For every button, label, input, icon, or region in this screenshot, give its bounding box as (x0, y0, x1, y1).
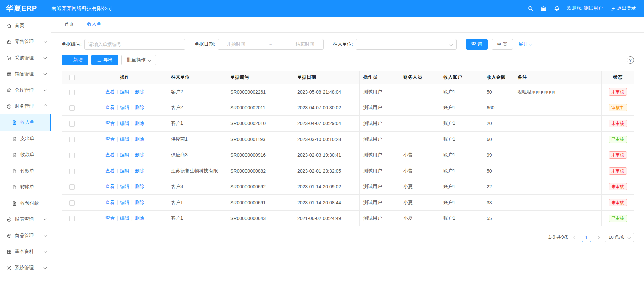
cell-finance-staff (400, 116, 440, 132)
row-checkbox[interactable] (69, 216, 75, 221)
export-button[interactable]: 导出 (91, 55, 118, 65)
sidebar-item-7[interactable]: 商品管理 (0, 227, 51, 244)
reset-button[interactable]: 重 置 (492, 39, 513, 50)
edit-link[interactable]: 编辑 (120, 105, 129, 110)
sidebar-item-8[interactable]: 基本资料 (0, 244, 51, 260)
row-checkbox[interactable] (69, 169, 75, 174)
sidebar-subitem-2[interactable]: 收款单 (0, 147, 51, 163)
chevron-down-icon (44, 266, 47, 269)
pagination-page-button[interactable]: 1 (582, 233, 591, 242)
search-icon[interactable] (528, 6, 533, 11)
delete-link[interactable]: 删除 (135, 215, 144, 221)
view-link[interactable]: 查看 (105, 168, 115, 173)
delete-link[interactable]: 删除 (135, 152, 144, 157)
delete-link[interactable]: 删除 (135, 120, 144, 126)
help-icon[interactable]: ? (627, 56, 634, 64)
edit-link[interactable]: 编辑 (120, 200, 129, 205)
table-row-6: 查看|编辑|删除客户3SR000000006922023-01-14 20:09… (62, 179, 634, 195)
cell-finance-staff (400, 132, 440, 147)
row-checkbox[interactable] (69, 90, 75, 95)
page-size-select[interactable]: 10 条/页 (605, 233, 634, 242)
edit-link[interactable]: 编辑 (120, 120, 129, 126)
edit-link[interactable]: 编辑 (120, 215, 129, 221)
delete-link[interactable]: 删除 (135, 89, 144, 94)
delete-link[interactable]: 删除 (135, 184, 144, 189)
tab-1[interactable]: 收入单 (86, 17, 102, 32)
cell-operator: 测试用户 (360, 116, 400, 132)
action-separator: | (131, 168, 133, 173)
row-checkbox[interactable] (69, 105, 75, 111)
tab-label: 收入单 (87, 21, 101, 27)
bell-icon[interactable] (554, 6, 560, 11)
status-badge: 未审核 (609, 167, 627, 175)
tab-label: 首页 (64, 21, 74, 27)
edit-link[interactable]: 编辑 (120, 168, 129, 173)
view-link[interactable]: 查看 (105, 89, 115, 94)
view-link[interactable]: 查看 (105, 120, 115, 126)
sidebar-subitem-4[interactable]: 转账单 (0, 179, 51, 195)
edit-link[interactable]: 编辑 (120, 89, 129, 94)
view-link[interactable]: 查看 (105, 152, 115, 157)
cell-amount: 50 (483, 84, 514, 100)
chevron-down-icon (44, 250, 47, 253)
row-checkbox[interactable] (69, 184, 75, 190)
search-button[interactable]: 查 询 (466, 39, 488, 50)
delete-link[interactable]: 删除 (135, 136, 144, 142)
row-checkbox[interactable] (69, 137, 75, 142)
doc-icon (12, 152, 17, 157)
view-link[interactable]: 查看 (105, 200, 115, 205)
table-row-2: 查看|编辑|删除客户1SR000000020102023-04-07 00:29… (62, 116, 634, 132)
date-range-picker[interactable]: 开始时间 ~ 结束时间 (218, 39, 324, 50)
sidebar-item-label: 报表查询 (15, 216, 34, 222)
bank-icon[interactable] (541, 6, 546, 11)
cell-finance-staff: 小夏 (400, 211, 440, 226)
date-end-placeholder: 结束时间 (296, 41, 314, 47)
status-badge: 未审核 (609, 151, 627, 159)
view-link[interactable]: 查看 (105, 136, 115, 142)
edit-link[interactable]: 编辑 (120, 136, 129, 142)
sidebar-subitem-3[interactable]: 付款单 (0, 163, 51, 179)
delete-link[interactable]: 删除 (135, 200, 144, 205)
batch-operations-button[interactable]: 批量操作 (121, 55, 156, 65)
delete-link[interactable]: 删除 (135, 168, 144, 173)
bill-no-input[interactable] (84, 39, 185, 50)
pagination: 1-9 共9条 1 10 条/页 (51, 226, 644, 242)
sidebar-item-3[interactable]: 销售管理 (0, 66, 51, 82)
add-button[interactable]: 新增 (62, 55, 88, 65)
row-checkbox[interactable] (69, 200, 75, 206)
sidebar-subitem-5[interactable]: 收预付款 (0, 195, 51, 211)
sidebar-item-1[interactable]: 零售管理 (0, 34, 51, 50)
tab-0[interactable]: 首页 (64, 17, 74, 32)
expand-link-label: 展开 (518, 41, 528, 47)
sidebar-item-4[interactable]: 仓库管理 (0, 82, 51, 98)
pagination-prev-button[interactable] (571, 233, 579, 241)
cell-operator: 测试用户 (360, 132, 400, 147)
sidebar-item-5[interactable]: 财务管理 (0, 98, 51, 114)
sidebar-subitem-label: 支出单 (20, 136, 34, 142)
action-separator: | (117, 89, 118, 94)
edit-link[interactable]: 编辑 (120, 152, 129, 157)
delete-link[interactable]: 删除 (135, 105, 144, 110)
row-checkbox[interactable] (69, 121, 75, 127)
sidebar-subitem-0[interactable]: 收入单 (0, 114, 51, 131)
sidebar-item-label: 财务管理 (15, 103, 34, 109)
sidebar-subitem-1[interactable]: 支出单 (0, 131, 51, 147)
sidebar-item-0[interactable]: 首页 (0, 17, 51, 34)
cell-unit: 客户1 (167, 195, 227, 211)
view-link[interactable]: 查看 (105, 184, 115, 189)
sidebar-item-2[interactable]: 采购管理 (0, 50, 51, 66)
cell-account: 账户1 (440, 116, 483, 132)
sidebar-item-6[interactable]: 报表查询 (0, 211, 51, 227)
select-all-checkbox[interactable] (69, 75, 75, 80)
doc-icon (12, 185, 17, 190)
view-link[interactable]: 查看 (105, 105, 115, 110)
row-checkbox[interactable] (69, 153, 75, 158)
unit-select[interactable] (356, 39, 457, 50)
doc-icon (12, 136, 17, 141)
view-link[interactable]: 查看 (105, 215, 115, 221)
logout-button[interactable]: 退出登录 (610, 5, 636, 11)
pagination-next-button[interactable] (594, 233, 602, 241)
expand-link[interactable]: 展开 (518, 41, 532, 47)
edit-link[interactable]: 编辑 (120, 184, 129, 189)
sidebar-item-9[interactable]: 系统管理 (0, 260, 51, 276)
